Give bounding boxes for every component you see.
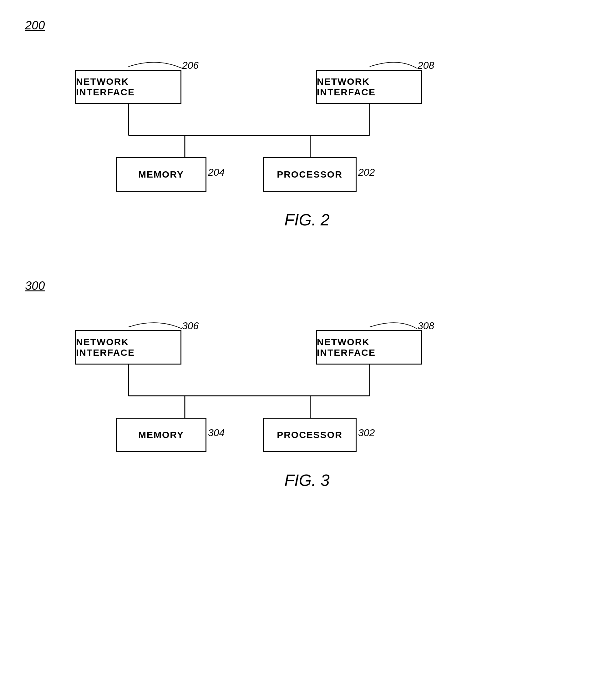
fig2-memory-box: MEMORY bbox=[116, 157, 207, 192]
fig2-ni1-ref: 206 bbox=[182, 60, 199, 71]
page: 200 bbox=[0, 0, 614, 700]
fig2-ni2-label: NETWORK INTERFACE bbox=[317, 76, 421, 98]
fig2-ni1-box: NETWORK INTERFACE bbox=[75, 70, 181, 104]
fig3-caption: FIG. 3 bbox=[25, 471, 589, 490]
fig3-ni2-box: NETWORK INTERFACE bbox=[316, 330, 422, 364]
fig2-ni1-label: NETWORK INTERFACE bbox=[76, 76, 181, 98]
fig3-processor-ref: 302 bbox=[358, 427, 375, 439]
fig2-diagram-number: 200 bbox=[25, 19, 45, 32]
fig2-ni2-ref: 208 bbox=[418, 60, 434, 71]
fig2-ni2-box: NETWORK INTERFACE bbox=[316, 70, 422, 104]
fig3-ni2-ref: 308 bbox=[418, 320, 434, 332]
fig3-memory-ref: 304 bbox=[208, 427, 224, 439]
fig3-diagram-area: NETWORK INTERFACE 306 NETWORK INTERFACE … bbox=[25, 311, 589, 461]
fig2-processor-label: PROCESSOR bbox=[277, 169, 343, 180]
fig2-processor-box: PROCESSOR bbox=[263, 157, 357, 192]
fig3-processor-label: PROCESSOR bbox=[277, 429, 343, 440]
fig3-memory-box: MEMORY bbox=[116, 418, 207, 452]
fig3-ni1-ref: 306 bbox=[182, 320, 199, 332]
fig2-memory-label: MEMORY bbox=[138, 169, 184, 180]
fig2-diagram-area: NETWORK INTERFACE 206 NETWORK INTERFACE … bbox=[25, 51, 589, 201]
fig3-memory-label: MEMORY bbox=[138, 429, 184, 440]
fig3-diagram-number: 300 bbox=[25, 279, 45, 292]
fig2-memory-ref: 204 bbox=[208, 167, 224, 178]
fig3-ni2-label: NETWORK INTERFACE bbox=[317, 337, 421, 358]
fig2-section: 200 bbox=[25, 19, 589, 229]
fig3-ni1-label: NETWORK INTERFACE bbox=[76, 337, 181, 358]
fig3-section: 300 NETWORK INTERFACE bbox=[25, 279, 589, 490]
fig2-caption: FIG. 2 bbox=[25, 210, 589, 229]
fig3-ni1-box: NETWORK INTERFACE bbox=[75, 330, 181, 364]
fig2-processor-ref: 202 bbox=[358, 167, 375, 178]
fig3-processor-box: PROCESSOR bbox=[263, 418, 357, 452]
